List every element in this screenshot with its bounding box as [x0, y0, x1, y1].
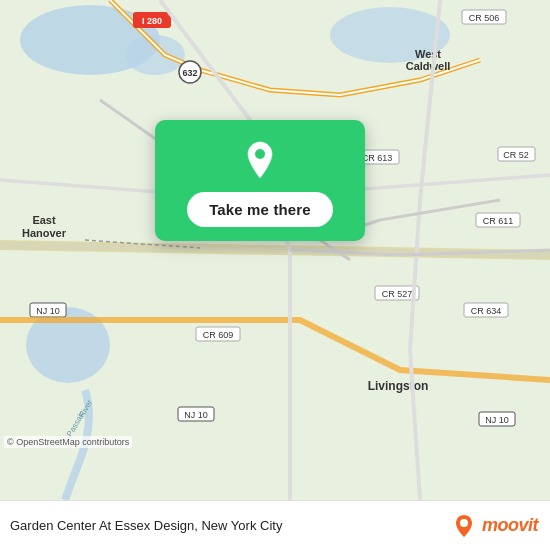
bottom-bar: Garden Center At Essex Design, New York … — [0, 500, 550, 550]
svg-text:CR 613: CR 613 — [362, 153, 393, 163]
map-background: I 280 CR 506 632 West Caldwell CR 613 CR… — [0, 0, 550, 500]
moovit-logo: moovit — [450, 512, 538, 540]
svg-text:CR 527: CR 527 — [382, 289, 413, 299]
svg-text:Livingston: Livingston — [368, 379, 429, 393]
take-me-there-button[interactable]: Take me there — [187, 192, 333, 227]
svg-text:632: 632 — [182, 68, 197, 78]
svg-text:NJ 10: NJ 10 — [184, 410, 208, 420]
svg-text:CR 506: CR 506 — [469, 13, 500, 23]
svg-text:CR 634: CR 634 — [471, 306, 502, 316]
svg-text:Caldwell: Caldwell — [406, 60, 451, 72]
svg-text:I 280: I 280 — [142, 16, 162, 26]
svg-text:Hanover: Hanover — [22, 227, 67, 239]
svg-point-36 — [255, 149, 265, 159]
moovit-icon — [450, 512, 478, 540]
moovit-wordmark: moovit — [482, 515, 538, 536]
svg-text:CR 52: CR 52 — [503, 150, 529, 160]
location-pin-icon — [238, 138, 282, 182]
svg-point-37 — [460, 519, 468, 527]
map-container: I 280 CR 506 632 West Caldwell CR 613 CR… — [0, 0, 550, 500]
svg-text:NJ 10: NJ 10 — [36, 306, 60, 316]
svg-text:CR 611: CR 611 — [483, 216, 514, 226]
svg-text:East: East — [32, 214, 56, 226]
svg-point-2 — [125, 35, 185, 75]
osm-attribution: © OpenStreetMap contributors — [4, 436, 132, 448]
location-label: Garden Center At Essex Design, New York … — [10, 518, 450, 533]
popup-card: Take me there — [155, 120, 365, 241]
svg-text:West: West — [415, 48, 441, 60]
svg-text:NJ 10: NJ 10 — [485, 415, 509, 425]
svg-text:CR 609: CR 609 — [203, 330, 234, 340]
